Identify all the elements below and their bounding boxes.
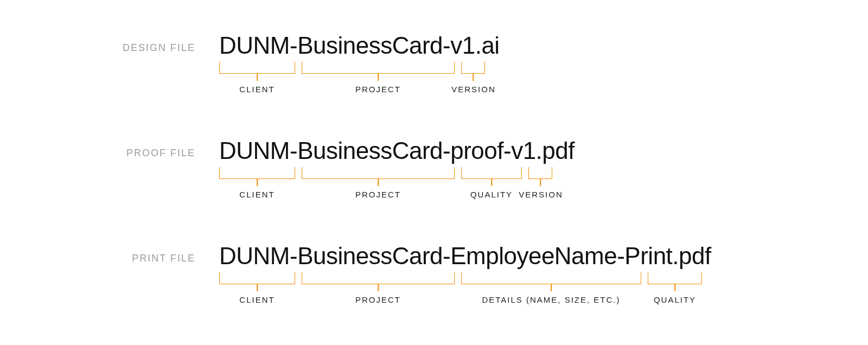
bracket-proof-project — [302, 167, 455, 179]
segment-label-details: DETAILS (NAME, SIZE, ETC.) — [461, 295, 641, 304]
segment-label-client: CLIENT — [219, 190, 295, 199]
filename-diagram: DESIGN FILE DUNM-BusinessCard-v1.ai CLIE… — [0, 0, 868, 345]
bracket-print-project — [302, 272, 455, 284]
bracket-print-details — [461, 272, 641, 284]
segment-label-project: PROJECT — [302, 85, 455, 94]
segment-label-quality: QUALITY — [648, 295, 702, 304]
filename-print: DUNM-BusinessCard-EmployeeName-Print.pdf — [219, 244, 711, 268]
row-label-proof-file: PROOF FILE — [76, 148, 195, 159]
segment-label-version: VERSION — [449, 85, 498, 94]
segment-label-version: VERSION — [516, 190, 565, 199]
filename-design: DUNM-BusinessCard-v1.ai — [219, 34, 500, 58]
bracket-design-project — [302, 62, 455, 74]
bracket-proof-quality — [461, 167, 522, 179]
bracket-proof-version — [528, 167, 552, 179]
row-label-design-file: DESIGN FILE — [76, 42, 195, 54]
bracket-design-client — [219, 62, 295, 74]
bracket-print-quality — [648, 272, 702, 284]
segment-label-project: PROJECT — [302, 295, 455, 304]
segment-label-quality: QUALITY — [461, 190, 522, 199]
segment-label-client: CLIENT — [219, 85, 295, 94]
segment-label-project: PROJECT — [302, 190, 455, 199]
segment-label-client: CLIENT — [219, 295, 295, 304]
row-label-print-file: PRINT FILE — [76, 253, 195, 264]
bracket-proof-client — [219, 167, 295, 179]
bracket-design-version — [461, 62, 485, 74]
bracket-print-client — [219, 272, 295, 284]
filename-proof: DUNM-BusinessCard-proof-v1.pdf — [219, 139, 575, 163]
